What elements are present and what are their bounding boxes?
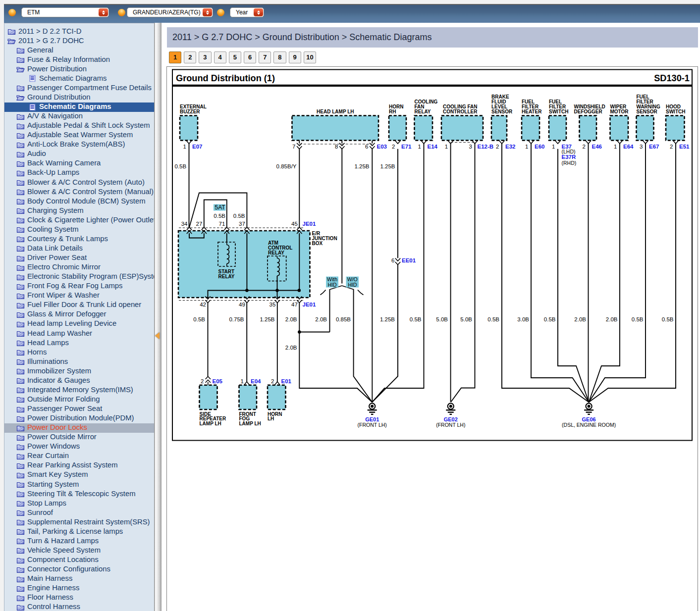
svg-text:E32: E32 bbox=[505, 144, 515, 150]
svg-text:5.0B: 5.0B bbox=[436, 316, 448, 322]
svg-text:2.0B: 2.0B bbox=[285, 345, 297, 351]
svg-text:E07: E07 bbox=[192, 144, 202, 150]
svg-text:1: 1 bbox=[614, 144, 617, 150]
svg-text:SD130-1: SD130-1 bbox=[654, 73, 690, 83]
svg-text:HEATER: HEATER bbox=[522, 109, 542, 114]
svg-text:45: 45 bbox=[291, 221, 298, 227]
svg-text:BUZZER: BUZZER bbox=[180, 109, 200, 114]
svg-text:37: 37 bbox=[239, 221, 245, 227]
svg-text:0.5B: 0.5B bbox=[214, 213, 225, 219]
svg-text:3: 3 bbox=[469, 144, 472, 150]
svg-text:0.5B: 0.5B bbox=[410, 316, 422, 322]
svg-text:3: 3 bbox=[640, 144, 643, 150]
svg-text:1: 1 bbox=[241, 378, 244, 384]
svg-text:1: 1 bbox=[525, 144, 528, 150]
svg-text:E60: E60 bbox=[535, 144, 544, 150]
svg-text:0.5B: 0.5B bbox=[544, 316, 556, 322]
svg-text:0.75B: 0.75B bbox=[229, 316, 244, 322]
svg-text:E46: E46 bbox=[592, 144, 602, 150]
svg-text:JE01: JE01 bbox=[303, 302, 316, 307]
svg-text:42: 42 bbox=[200, 302, 206, 307]
svg-text:47: 47 bbox=[291, 302, 298, 307]
svg-text:49: 49 bbox=[239, 302, 245, 307]
svg-text:7: 7 bbox=[292, 144, 295, 150]
svg-text:6: 6 bbox=[391, 257, 394, 263]
svg-text:34: 34 bbox=[181, 221, 188, 227]
svg-text:1: 1 bbox=[552, 144, 555, 150]
svg-text:E04: E04 bbox=[251, 378, 261, 384]
svg-text:1.25B: 1.25B bbox=[354, 163, 369, 169]
svg-text:SENSOR: SENSOR bbox=[491, 109, 513, 114]
svg-text:0.5B: 0.5B bbox=[632, 316, 644, 322]
svg-text:(LHD): (LHD) bbox=[562, 149, 576, 154]
svg-text:RELAY: RELAY bbox=[415, 109, 431, 114]
svg-text:0.5B: 0.5B bbox=[174, 163, 186, 169]
svg-text:E05: E05 bbox=[213, 378, 223, 384]
svg-text:DEFOGGER: DEFOGGER bbox=[574, 109, 603, 114]
svg-text:2: 2 bbox=[670, 144, 673, 150]
svg-text:0.5B: 0.5B bbox=[662, 316, 674, 322]
svg-text:(FRONT LH): (FRONT LH) bbox=[358, 422, 387, 428]
svg-text:EE01: EE01 bbox=[402, 257, 416, 263]
svg-text:GE02: GE02 bbox=[444, 416, 458, 422]
svg-text:0.5B: 0.5B bbox=[233, 213, 245, 219]
svg-text:0.85B/Y: 0.85B/Y bbox=[276, 163, 297, 169]
svg-text:E51: E51 bbox=[679, 144, 690, 150]
svg-text:0.5B: 0.5B bbox=[487, 316, 499, 322]
svg-text:1.25B: 1.25B bbox=[380, 163, 395, 169]
svg-text:2: 2 bbox=[392, 144, 395, 150]
svg-text:2: 2 bbox=[201, 378, 204, 384]
svg-text:0.85B: 0.85B bbox=[336, 316, 351, 322]
svg-text:(RHD): (RHD) bbox=[562, 160, 577, 166]
svg-text:1.25B: 1.25B bbox=[260, 316, 274, 322]
svg-text:HEAD LAMP LH: HEAD LAMP LH bbox=[317, 109, 354, 114]
svg-text:E67: E67 bbox=[649, 144, 659, 150]
svg-text:GE01: GE01 bbox=[365, 416, 379, 422]
svg-text:LAMP LH: LAMP LH bbox=[200, 421, 221, 426]
svg-text:SENSOR: SENSOR bbox=[637, 109, 658, 114]
svg-text:(DSL, ENGINE ROOM): (DSL, ENGINE ROOM) bbox=[562, 422, 616, 428]
svg-text:E01: E01 bbox=[281, 378, 292, 384]
svg-text:2.0B: 2.0B bbox=[606, 316, 618, 322]
svg-text:5.0B: 5.0B bbox=[460, 316, 472, 322]
svg-text:2.0B: 2.0B bbox=[574, 316, 586, 322]
svg-text:JE01: JE01 bbox=[303, 221, 316, 227]
svg-text:1: 1 bbox=[418, 144, 421, 150]
svg-text:LAMP LH: LAMP LH bbox=[239, 421, 261, 426]
svg-text:RELAY: RELAY bbox=[218, 274, 235, 279]
svg-text:E03: E03 bbox=[377, 144, 387, 150]
svg-text:BOX: BOX bbox=[312, 241, 323, 246]
svg-text:SWITCH: SWITCH bbox=[549, 109, 568, 114]
svg-text:LH: LH bbox=[268, 416, 274, 421]
svg-text:35: 35 bbox=[269, 302, 276, 307]
svg-text:2.0B: 2.0B bbox=[285, 316, 297, 322]
svg-text:3.0B: 3.0B bbox=[517, 316, 529, 322]
svg-text:E71: E71 bbox=[401, 144, 412, 150]
svg-text:E64: E64 bbox=[623, 144, 634, 150]
svg-text:Ground Distribution (1): Ground Distribution (1) bbox=[176, 73, 275, 83]
svg-text:MOTOR: MOTOR bbox=[610, 109, 629, 114]
svg-text:1: 1 bbox=[445, 144, 448, 150]
svg-text:1.25B: 1.25B bbox=[380, 316, 395, 322]
svg-text:HID: HID bbox=[327, 282, 337, 288]
svg-text:RELAY: RELAY bbox=[268, 250, 284, 255]
svg-text:GE06: GE06 bbox=[582, 416, 596, 422]
svg-text:1: 1 bbox=[183, 144, 186, 150]
svg-text:2.0B: 2.0B bbox=[315, 316, 327, 322]
svg-text:(FRONT LH): (FRONT LH) bbox=[436, 422, 465, 428]
svg-text:2: 2 bbox=[496, 144, 499, 150]
svg-text:27: 27 bbox=[196, 221, 203, 227]
svg-text:0.5B: 0.5B bbox=[193, 316, 205, 322]
svg-text:E37R: E37R bbox=[562, 154, 576, 160]
svg-text:2: 2 bbox=[271, 378, 274, 384]
svg-text:E12-B: E12-B bbox=[478, 144, 494, 150]
svg-text:71: 71 bbox=[219, 221, 225, 227]
svg-text:RH: RH bbox=[389, 109, 396, 114]
svg-text:HID: HID bbox=[348, 282, 357, 288]
svg-text:SWITCH: SWITCH bbox=[666, 109, 685, 114]
svg-text:5AT: 5AT bbox=[215, 204, 226, 211]
svg-text:2: 2 bbox=[583, 144, 586, 150]
svg-text:E14: E14 bbox=[428, 144, 438, 150]
svg-text:CONTROLLER: CONTROLLER bbox=[443, 109, 478, 114]
